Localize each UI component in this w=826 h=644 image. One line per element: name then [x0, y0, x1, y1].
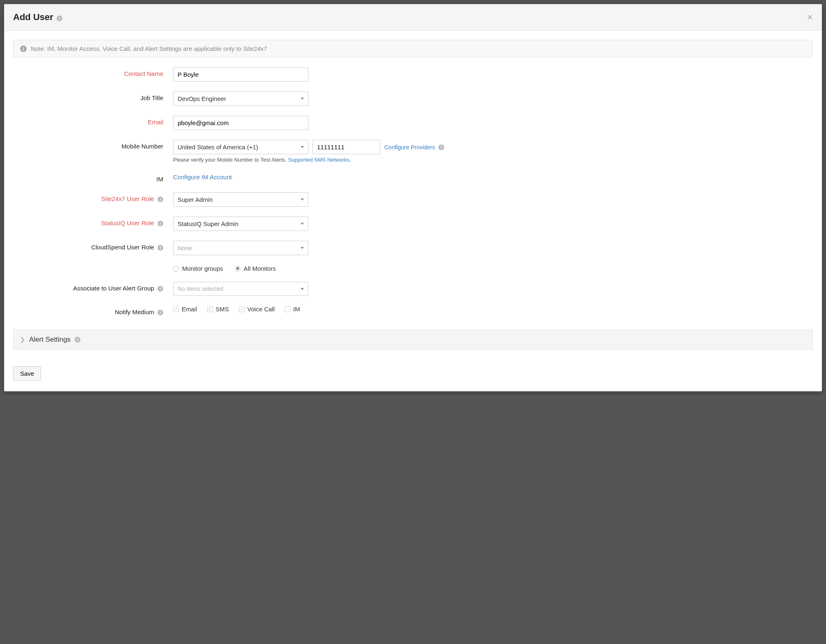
alert-settings-toggle[interactable]: ❯ Alert Settings i	[13, 329, 813, 350]
label-contact-name: Contact Name	[13, 67, 173, 77]
checkbox-icon: ✓	[239, 306, 244, 312]
info-icon[interactable]: i	[57, 16, 62, 21]
label-job-title: Job Title	[13, 91, 173, 101]
info-icon[interactable]: i	[157, 286, 163, 292]
label-mobile: Mobile Number	[13, 140, 173, 150]
mobile-helper-text: Please verify your Mobile Number to Test…	[173, 157, 287, 163]
info-icon[interactable]: i	[75, 337, 80, 343]
note-box: i Note: IM, Monitor Access, Voice Call, …	[13, 40, 813, 57]
chevron-down-icon	[301, 146, 304, 148]
email-input[interactable]	[173, 116, 308, 130]
contact-name-input[interactable]	[173, 67, 308, 82]
label-cloudspend-role: CloudSpend User Role i	[13, 241, 173, 251]
job-title-select[interactable]: DevOps Engineer	[173, 91, 308, 106]
country-code-select[interactable]: United States of America (+1)	[173, 140, 308, 154]
chevron-down-icon	[301, 98, 304, 100]
alert-settings-label: Alert Settings	[29, 336, 71, 344]
statusiq-role-select[interactable]: StatusIQ Super Admin	[173, 217, 308, 231]
chevron-right-icon: ❯	[20, 336, 25, 343]
label-email: Email	[13, 116, 173, 126]
info-icon[interactable]: i	[157, 245, 163, 251]
check-email[interactable]: ✓ Email	[173, 306, 197, 313]
radio-icon	[173, 266, 179, 272]
checkbox-icon: ✓	[207, 306, 213, 312]
info-icon: i	[20, 46, 27, 52]
save-button[interactable]: Save	[13, 366, 41, 381]
modal-header: Add User i ×	[4, 4, 822, 31]
label-notify: Notify Medium i	[13, 306, 173, 315]
modal-footer: Save	[4, 359, 822, 391]
cloudspend-role-value: None	[178, 244, 192, 251]
label-site24x7-role: Site24x7 User Role i	[13, 192, 173, 202]
info-icon[interactable]: i	[157, 221, 163, 226]
sms-networks-link[interactable]: Supported SMS Networks.	[288, 157, 351, 163]
label-im: IM	[13, 173, 173, 183]
label-alert-group: Associate to User Alert Group i	[13, 282, 173, 292]
checkbox-icon: ✓	[173, 306, 179, 312]
radio-monitor-groups[interactable]: Monitor groups	[173, 265, 223, 272]
info-icon[interactable]: i	[157, 196, 163, 202]
alert-group-value: No items selected	[178, 285, 223, 292]
check-im[interactable]: IM	[285, 306, 300, 313]
info-icon[interactable]: i	[438, 144, 444, 150]
site24x7-role-value: Super Admin	[178, 196, 213, 203]
statusiq-role-value: StatusIQ Super Admin	[178, 220, 238, 227]
job-title-value: DevOps Engineer	[178, 95, 226, 102]
site24x7-role-select[interactable]: Super Admin	[173, 192, 308, 207]
modal-title: Add User	[13, 12, 53, 22]
close-button[interactable]: ×	[807, 11, 813, 23]
configure-providers-link[interactable]: Configure Providers	[384, 144, 435, 151]
check-sms[interactable]: ✓ SMS	[207, 306, 229, 313]
radio-all-monitors[interactable]: All Monitors	[235, 265, 276, 272]
alert-group-select[interactable]: No items selected	[173, 282, 308, 296]
radio-icon	[235, 266, 240, 272]
label-empty	[13, 265, 173, 268]
modal-body: i Note: IM, Monitor Access, Voice Call, …	[4, 31, 822, 359]
chevron-down-icon	[301, 288, 304, 290]
add-user-modal: Add User i × i Note: IM, Monitor Access,…	[4, 4, 822, 391]
note-text: Note: IM, Monitor Access, Voice Call, an…	[31, 45, 267, 52]
configure-im-link[interactable]: Configure IM Account	[173, 173, 813, 180]
chevron-down-icon	[301, 247, 304, 249]
chevron-down-icon	[301, 199, 304, 201]
chevron-down-icon	[301, 223, 304, 225]
phone-input[interactable]	[313, 140, 380, 154]
country-code-value: United States of America (+1)	[178, 144, 258, 151]
cloudspend-role-select[interactable]: None	[173, 241, 308, 255]
check-voice[interactable]: ✓ Voice Call	[239, 306, 275, 313]
checkbox-icon	[285, 306, 290, 312]
label-statusiq-role: StatusIQ User Role i	[13, 217, 173, 226]
info-icon[interactable]: i	[157, 310, 163, 315]
